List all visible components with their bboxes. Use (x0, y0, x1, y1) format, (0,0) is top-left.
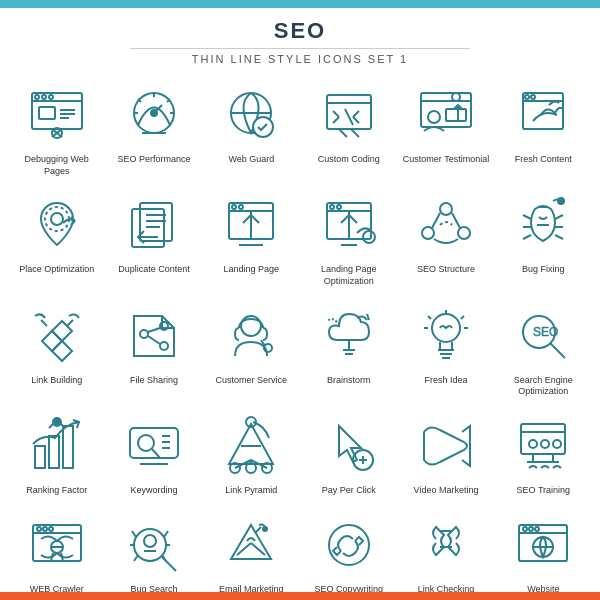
seo-structure-icon (410, 189, 482, 261)
icon-cell-seo-structure: SEO Structure (399, 185, 492, 291)
svg-rect-131 (521, 424, 565, 454)
icon-cell-web-crawler: WEB Crawler (10, 505, 103, 600)
icon-cell-seo-training: SEO Training (497, 406, 590, 501)
svg-line-150 (132, 531, 136, 537)
icon-cell-landing-page-optimization: Landing Page Optimization (302, 185, 395, 291)
fresh-idea-label: Fresh Idea (424, 375, 467, 387)
svg-line-79 (555, 235, 563, 239)
svg-point-82 (558, 198, 564, 204)
web-crawler-icon (21, 509, 93, 581)
icon-cell-duplicate-content: Duplicate Content (107, 185, 200, 291)
email-marketing-icon (215, 509, 287, 581)
icon-cell-fresh-content: Fresh Content (497, 75, 590, 181)
svg-line-84 (67, 320, 73, 326)
pay-per-click-label: Pay Per Click (322, 485, 376, 497)
icon-cell-seo-performance: SEO Performance (107, 75, 200, 181)
svg-rect-113 (63, 426, 73, 468)
svg-point-35 (428, 111, 440, 123)
svg-point-166 (523, 527, 527, 531)
landing-page-optimization-label: Landing Page Optimization (304, 264, 393, 287)
svg-point-63 (330, 205, 334, 209)
svg-line-83 (41, 320, 47, 326)
icon-cell-brainstorm: Brainstorm (302, 296, 395, 402)
keywording-label: Keywording (130, 485, 177, 497)
web-guard-label: Web Guard (228, 154, 274, 166)
website-icon (507, 509, 579, 581)
icon-cell-link-building: Link Building (10, 296, 103, 402)
custom-coding-label: Custom Coding (318, 154, 380, 166)
icon-cell-landing-page: Landing Page (205, 185, 298, 291)
landing-page-icon (215, 189, 287, 261)
place-optimization-icon (21, 189, 93, 261)
fresh-content-label: Fresh Content (515, 154, 572, 166)
svg-point-70 (422, 227, 434, 239)
svg-point-55 (232, 205, 236, 209)
svg-line-101 (428, 316, 431, 319)
svg-point-142 (43, 527, 47, 531)
icon-cell-customer-testimonial: Customer Testimonial (399, 75, 492, 181)
svg-line-151 (164, 531, 168, 537)
ranking-factor-label: Ranking Factor (26, 485, 87, 497)
svg-marker-122 (229, 424, 273, 464)
icon-cell-file-sharing: File Sharing (107, 296, 200, 402)
svg-point-69 (440, 203, 452, 215)
svg-line-74 (523, 215, 531, 219)
svg-point-2 (35, 95, 39, 99)
svg-line-30 (353, 117, 359, 123)
bug-search-icon (118, 509, 190, 581)
link-pyramid-label: Link Pyramid (225, 485, 277, 497)
subtitle: THIN LINE STYLE ICONS SET 1 (0, 53, 600, 65)
svg-point-137 (541, 440, 549, 448)
svg-point-160 (263, 527, 267, 531)
customer-testimonial-icon (410, 79, 482, 151)
svg-line-154 (134, 555, 138, 561)
icon-cell-website: Website (497, 505, 590, 600)
svg-line-27 (333, 117, 339, 123)
icon-cell-place-optimization: Place Optimization (10, 185, 103, 291)
svg-point-56 (239, 205, 243, 209)
svg-line-76 (523, 235, 531, 239)
icon-cell-pay-per-click: Pay Per Click (302, 406, 395, 501)
keywording-icon (118, 410, 190, 482)
icon-cell-bug-search: Bug Search (107, 505, 200, 600)
icon-cell-custom-coding: Custom Coding (302, 75, 395, 181)
svg-point-66 (363, 231, 375, 243)
brainstorm-label: Brainstorm (327, 375, 371, 387)
icon-cell-link-pyramid: Link Pyramid (205, 406, 298, 501)
customer-testimonial-label: Customer Testimonial (403, 154, 489, 166)
icon-cell-link-checking: Link Checking (399, 505, 492, 600)
debugging-web-pages-label: Debugging Web Pages (12, 154, 101, 177)
main-title: SEO (0, 18, 600, 44)
svg-rect-111 (35, 446, 45, 468)
fresh-idea-icon (410, 300, 482, 372)
svg-line-72 (432, 213, 440, 228)
bottom-bar (0, 592, 600, 600)
svg-line-109 (550, 343, 565, 358)
ranking-factor-icon (21, 410, 93, 482)
svg-point-167 (529, 527, 533, 531)
svg-point-114 (53, 418, 61, 426)
svg-rect-5 (39, 107, 55, 119)
icon-cell-customer-service: Customer Service (205, 296, 298, 402)
debugging-web-pages-icon (21, 79, 93, 151)
svg-line-159 (255, 527, 261, 533)
svg-line-89 (148, 336, 160, 344)
svg-line-117 (152, 449, 160, 458)
svg-point-44 (51, 213, 63, 225)
icon-cell-web-guard: Web Guard (205, 75, 298, 181)
icon-cell-search-engine-optimization: SEO Search Engine Optimization (497, 296, 590, 402)
svg-line-77 (555, 215, 563, 219)
search-engine-optimization-label: Search Engine Optimization (499, 375, 588, 398)
svg-line-99 (461, 316, 464, 319)
brainstorm-icon (313, 300, 385, 372)
link-building-icon (21, 300, 93, 372)
header-divider (130, 48, 470, 49)
svg-point-85 (140, 330, 148, 338)
seo-training-label: SEO Training (517, 485, 571, 497)
svg-point-148 (144, 535, 156, 547)
svg-point-136 (529, 440, 537, 448)
seo-performance-icon (118, 79, 190, 151)
svg-point-116 (138, 435, 154, 451)
bug-fixing-label: Bug Fixing (522, 264, 565, 276)
svg-point-87 (160, 342, 168, 350)
